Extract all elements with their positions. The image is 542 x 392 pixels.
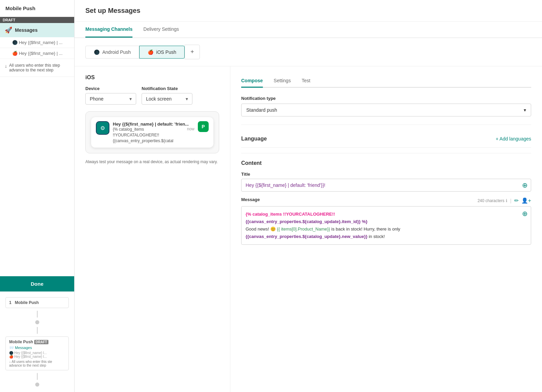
notification-state-label: Notification State (142, 86, 192, 91)
sidebar-sub-item-1[interactable]: 🌑 Hey {{$first_name} | ... (0, 37, 74, 48)
message-tools: 240 characters ℹ | ✏ 👤+ (478, 197, 531, 204)
channel-row: 🌑 Android Push 🍎 iOS Push + (75, 38, 542, 66)
device-row: Device Phone ▾ Notification State Lock s… (85, 86, 219, 105)
separator-1: | (510, 198, 512, 203)
msg-tag-catalog-open: {% catalog_items !!YOURCATALOGHERE!! (246, 212, 335, 217)
ios-section: iOS Device Phone ▾ Notification State Lo… (75, 66, 542, 392)
messages-label: Messages (15, 27, 38, 33)
divider-1 (241, 125, 531, 125)
sidebar-canvas: 1 Mobile Push Mobile Push DRAFT 📨 Messag… (0, 291, 74, 392)
title-input[interactable] (241, 179, 531, 192)
main-content: Set up Messages Messaging Channels Deliv… (75, 0, 542, 392)
edit-tool-btn[interactable]: ✏ (514, 197, 519, 204)
connector-dot-2 (35, 383, 39, 387)
notification-content: Hey {{${first_name} | default: 'frien...… (113, 121, 194, 144)
notification-type-section: Notification type Standard push ▾ (241, 96, 531, 116)
notification-card: ⚙ Hey {{${first_name} | default: 'frien.… (91, 117, 213, 148)
sidebar-header: Mobile Push (0, 0, 74, 17)
compose-tabs: Compose Settings Test (241, 74, 531, 88)
notification-state-value: Lock screen (146, 96, 171, 102)
android-icon: 🌑 (94, 49, 100, 55)
android-sub-icon: 🌑 (12, 40, 19, 45)
device-select[interactable]: Phone ▾ (85, 93, 136, 105)
main-header: Set up Messages (75, 0, 542, 22)
android-push-label: Android Push (102, 49, 131, 55)
msg-tag-canvas-prop: {{canvas_entry_properties.${catalog_upda… (246, 219, 368, 224)
divider-2 (241, 153, 531, 153)
add-channel-btn[interactable]: + (185, 45, 200, 59)
tab-compose[interactable]: Compose (241, 74, 263, 88)
content-title: Content (241, 160, 531, 166)
app-icon: ⚙ (96, 121, 109, 135)
apple-icon: 🍎 (148, 49, 153, 55)
tab-delivery-settings[interactable]: Delivery Settings (143, 22, 179, 38)
messages-icon: 🚀 (5, 26, 12, 34)
notification-title: Hey {{${first_name} | default: 'frien... (113, 122, 189, 127)
done-button[interactable]: Done (0, 276, 74, 291)
apple-sub-icon: 🍎 (12, 51, 19, 56)
message-field-header: Message 240 characters ℹ | ✏ 👤+ (241, 197, 531, 204)
body-line3: {{canvas_entry_properties.${catal (113, 138, 173, 143)
body-line2: !!YOURCATALOGHERE!! (113, 133, 159, 137)
notification-state-field-group: Notification State Lock screen ▾ (142, 86, 192, 105)
msg-body-text-3: in stock! (368, 234, 385, 239)
device-field-group: Device Phone ▾ (85, 86, 136, 105)
connector-dot-1 (35, 320, 39, 324)
notification-title-row: Hey {{${first_name} | default: 'frien...… (113, 121, 194, 127)
info-icon: ℹ (506, 198, 507, 203)
tab-settings[interactable]: Settings (274, 74, 291, 88)
title-field-label: Title (241, 172, 531, 177)
sidebar-draft-label: DRAFT (0, 17, 74, 23)
body-line1: {% catalog_items (113, 127, 144, 132)
sidebar: Mobile Push DRAFT 🚀 Messages 🌑 Hey {{$fi… (0, 0, 75, 392)
msg-tag-new-value: {{canvas_entry_properties.${catalog_upda… (246, 234, 368, 239)
title-input-wrapper: ⊕ (241, 179, 531, 192)
notification-type-chevron-icon: ▾ (524, 107, 526, 113)
ios-preview-panel: iOS Device Phone ▾ Notification State Lo… (75, 66, 230, 392)
ios-push-btn[interactable]: 🍎 iOS Push (139, 46, 185, 59)
notification-state-select[interactable]: Lock screen ▾ (142, 93, 192, 105)
notification-time: now (187, 127, 194, 131)
message-plus-icon[interactable]: ⊕ (522, 210, 528, 218)
notification-type-dropdown[interactable]: Standard push ▾ (241, 104, 531, 116)
sidebar-advance: ↓ All users who enter this step advance … (0, 59, 74, 77)
tab-test[interactable]: Test (301, 74, 310, 88)
message-field-label: Message (241, 197, 260, 202)
connector-line-1 (37, 311, 38, 318)
title-plus-icon[interactable]: ⊕ (522, 181, 528, 189)
notification-type-label: Notification type (241, 96, 531, 101)
notification-app-badge: P (198, 121, 209, 132)
tab-messaging-channels[interactable]: Messaging Channels (85, 22, 132, 38)
page-title: Set up Messages (85, 7, 531, 15)
sidebar-sub-item-2[interactable]: 🍎 Hey {{$first_name} | ... (0, 48, 74, 59)
char-count: 240 characters ℹ (478, 198, 507, 203)
device-chevron-icon: ▾ (129, 96, 132, 102)
personalize-tool-btn[interactable]: 👤+ (521, 197, 531, 204)
ios-title: iOS (85, 74, 219, 81)
msg-body-text-2: is back in stock! Hurry, there is only (330, 226, 400, 232)
msg-tag-items: {{ items[0].Product_Name}} (277, 226, 330, 232)
notification-state-chevron-icon: ▾ (186, 96, 188, 102)
message-box-wrapper: {% catalog_items !!YOURCATALOGHERE!! {{c… (241, 206, 531, 245)
main-tabs-bar: Messaging Channels Delivery Settings (75, 22, 542, 38)
title-field-row: Title ⊕ (241, 172, 531, 192)
sidebar-messages-item[interactable]: 🚀 Messages (0, 23, 74, 37)
language-label: Language (241, 136, 267, 142)
add-language-btn[interactable]: + Add languages (496, 136, 531, 141)
android-push-btn[interactable]: 🌑 Android Push (85, 46, 139, 59)
msg-body-text: Good news! 😊 (246, 226, 277, 232)
ios-push-label: iOS Push (156, 49, 176, 55)
content-section: Content Title ⊕ Message (241, 160, 531, 245)
language-row: Language + Add languages (241, 130, 531, 148)
message-field-row: Message 240 characters ℹ | ✏ 👤+ (241, 197, 531, 245)
mini-node-1: 1 Mobile Push (5, 297, 69, 308)
mini-node-2: Mobile Push DRAFT 📨 Messages 🌑 Hey {{$fi… (5, 336, 69, 370)
message-box[interactable]: {% catalog_items !!YOURCATALOGHERE!! {{c… (241, 206, 531, 245)
device-value: Phone (90, 96, 103, 102)
phone-preview: ⚙ Hey {{${first_name} | default: 'frien.… (85, 111, 219, 153)
advance-icon: ↓ (5, 63, 7, 69)
right-panel: Compose Settings Test Notification type … (230, 66, 542, 392)
app-icon-inner: ⚙ (97, 122, 109, 134)
connector-line-2 (37, 327, 38, 334)
preview-note: Always test your message on a real devic… (85, 159, 219, 165)
